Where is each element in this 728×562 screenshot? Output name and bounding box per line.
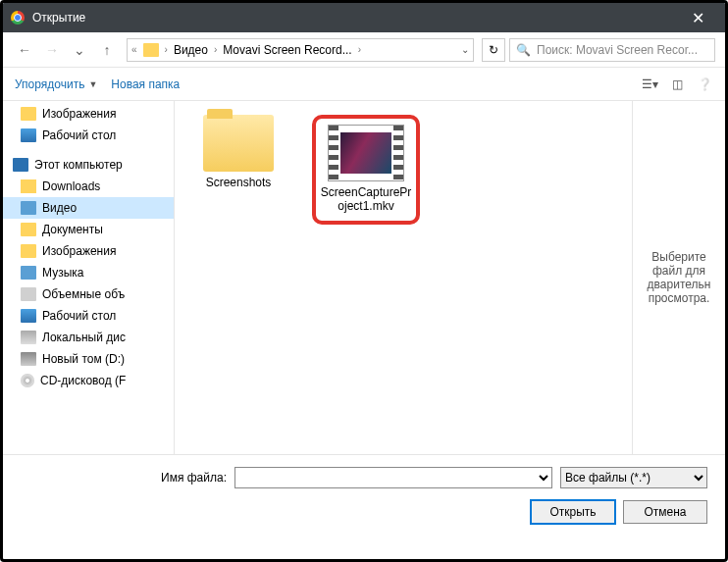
- desktop-icon: [21, 309, 36, 323]
- chevron-icon: ›: [214, 44, 217, 55]
- preview-pane-toggle[interactable]: ◫: [668, 76, 686, 93]
- chevron-icon: ›: [165, 44, 168, 55]
- toolbar: Упорядочить ▼ Новая папка ☰▾ ◫ ❔: [3, 68, 725, 101]
- crumb-movavi[interactable]: Movavi Screen Record...: [219, 43, 355, 57]
- up-button[interactable]: ↑: [95, 38, 119, 62]
- tree-label: Объемные объ: [42, 287, 125, 301]
- hdd-icon: [21, 352, 36, 366]
- tree-label: Видео: [42, 201, 77, 215]
- volume-icon: [21, 287, 36, 301]
- cancel-button[interactable]: Отмена: [623, 500, 707, 524]
- search-input[interactable]: 🔍 Поиск: Movavi Screen Recor...: [509, 38, 715, 62]
- chrome-icon: [11, 11, 25, 25]
- titlebar: Открытие ✕: [3, 3, 725, 32]
- downloads-icon: [21, 179, 36, 193]
- open-button[interactable]: Открыть: [531, 500, 615, 524]
- forward-button: →: [40, 38, 64, 62]
- refresh-button[interactable]: ↻: [482, 38, 505, 62]
- crumb-video[interactable]: Видео: [170, 43, 212, 57]
- tree-pc[interactable]: Этот компьютер: [3, 154, 174, 176]
- tree-label: Изображения: [42, 244, 116, 258]
- file-label: Screenshots: [206, 176, 272, 189]
- folder-icon: [143, 43, 159, 57]
- navbar: ← → ⌄ ↑ « › Видео › Movavi Screen Record…: [3, 32, 725, 68]
- help-button[interactable]: ❔: [696, 76, 713, 93]
- organize-label: Упорядочить: [15, 77, 84, 91]
- chevron-left-icon: «: [131, 44, 137, 55]
- close-button[interactable]: ✕: [678, 3, 717, 32]
- pc-icon: [13, 158, 28, 172]
- footer: Имя файла: Все файлы (*.*) Открыть Отмен…: [3, 454, 725, 539]
- preview-text: Выберите файл для дварительн просмотра.: [637, 250, 721, 305]
- search-icon: 🔍: [516, 43, 531, 57]
- folder-icon: [21, 107, 36, 121]
- tree-label: Рабочий стол: [42, 128, 116, 142]
- tree-label: Документы: [42, 223, 103, 236]
- tree-label: Этот компьютер: [34, 158, 123, 172]
- sidebar: Изображения Рабочий стол Этот компьютер …: [3, 101, 175, 454]
- tree-docs[interactable]: Документы: [3, 219, 174, 240]
- tree-downloads[interactable]: Downloads: [3, 176, 174, 197]
- tree-volumes[interactable]: Объемные объ: [3, 283, 174, 305]
- tree-video[interactable]: Видео: [3, 197, 174, 219]
- tree-desktop[interactable]: Рабочий стол: [3, 125, 174, 146]
- images-icon: [21, 244, 36, 258]
- breadcrumb-dropdown[interactable]: ⌄: [461, 44, 469, 55]
- search-placeholder: Поиск: Movavi Screen Recor...: [537, 43, 698, 57]
- tree-label: Downloads: [42, 179, 100, 193]
- video-icon: [21, 201, 36, 215]
- preview-pane: Выберите файл для дварительн просмотра.: [632, 101, 725, 454]
- window-title: Открытие: [32, 11, 678, 25]
- tree-label: Рабочий стол: [42, 309, 116, 323]
- caret-down-icon: ▼: [88, 79, 97, 89]
- folder-screenshots[interactable]: Screenshots: [184, 115, 292, 189]
- documents-icon: [21, 223, 36, 236]
- tree-label: Новый том (D:): [42, 352, 125, 366]
- file-area[interactable]: Screenshots ScreenCaptureProject1.mkv: [175, 101, 632, 454]
- folder-icon: [203, 115, 274, 172]
- tree-desktop2[interactable]: Рабочий стол: [3, 305, 174, 327]
- tree-label: Изображения: [42, 107, 116, 121]
- file-screencapture[interactable]: ScreenCaptureProject1.mkv: [312, 115, 420, 225]
- recent-dropdown[interactable]: ⌄: [68, 38, 91, 62]
- tree-images2[interactable]: Изображения: [3, 240, 174, 262]
- tree-newtom[interactable]: Новый том (D:): [3, 348, 174, 370]
- organize-menu[interactable]: Упорядочить ▼: [15, 77, 97, 91]
- tree-images[interactable]: Изображения: [3, 103, 174, 125]
- filename-input[interactable]: [234, 467, 552, 488]
- chevron-icon: ›: [358, 44, 361, 55]
- file-label: ScreenCaptureProject1.mkv: [321, 185, 412, 213]
- video-thumbnail-icon: [328, 125, 404, 181]
- disk-icon: [21, 331, 36, 344]
- back-button[interactable]: ←: [13, 38, 36, 62]
- desktop-icon: [21, 128, 36, 142]
- filetype-filter[interactable]: Все файлы (*.*): [560, 467, 707, 488]
- filename-label: Имя файла:: [21, 471, 227, 485]
- tree-cd[interactable]: CD-дисковод (F: [3, 370, 174, 391]
- tree-label: Локальный дис: [42, 331, 126, 344]
- tree-music[interactable]: Музыка: [3, 262, 174, 283]
- tree-label: Музыка: [42, 266, 83, 280]
- tree-label: CD-дисковод (F: [40, 374, 126, 387]
- new-folder-button[interactable]: Новая папка: [111, 77, 180, 91]
- cd-icon: [21, 374, 34, 387]
- breadcrumb[interactable]: « › Видео › Movavi Screen Record... › ⌄: [127, 38, 474, 62]
- music-icon: [21, 266, 36, 280]
- body-area: Изображения Рабочий стол Этот компьютер …: [3, 101, 725, 454]
- view-menu[interactable]: ☰▾: [641, 76, 658, 93]
- tree-local[interactable]: Локальный дис: [3, 327, 174, 348]
